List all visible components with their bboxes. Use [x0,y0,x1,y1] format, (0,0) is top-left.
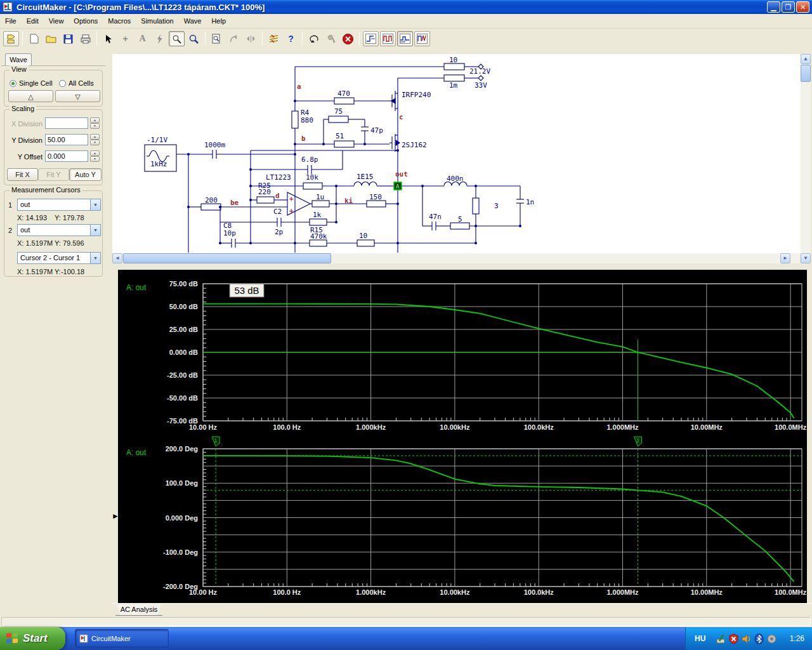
pen-tablet-icon[interactable] [716,633,726,644]
x-tick-label: 10.00kHz [440,588,470,596]
menu-view[interactable]: View [44,15,69,27]
taskbar-circuitmaker-button[interactable]: CircuitMaker [75,629,169,647]
mixed-waveform-button[interactable] [414,31,430,46]
text-tool-button[interactable]: A [134,31,150,46]
cell-up-button[interactable]: △ [8,90,53,102]
menu-file[interactable]: File [0,15,22,27]
undo-button[interactable] [306,31,322,46]
cursor1-coords: X: 14.193 Y: 179.78 [17,214,84,222]
new-file-button[interactable] [26,31,42,46]
save-file-button[interactable] [60,31,76,46]
probe-icon [172,34,181,44]
scroll-left-icon[interactable]: ◄ [112,253,122,263]
minimize-button[interactable]: ▁ [767,1,780,13]
label-c2-value: 2p [275,228,283,236]
scroll-down-icon[interactable]: ▼ [801,253,811,263]
zoom-tool-button[interactable] [186,31,202,46]
x-tick-label: 100.0 Hz [273,588,301,596]
explore-doc-icon [212,34,221,44]
restore-button[interactable]: ❐ [782,1,795,13]
parts-browser-button[interactable] [3,31,19,46]
waveform-panel[interactable]: 75.00 dB50.00 dB25.00 dB0.000 dB-25.00 d… [118,270,807,603]
taskbar-clock[interactable]: 1:26 [790,634,804,643]
close-button[interactable]: ✕ [796,1,809,13]
components[interactable]: + + A [145,63,524,248]
horizontal-scroll-thumb[interactable] [123,253,331,263]
dc-waveform-button[interactable] [363,31,379,46]
title-bar[interactable]: CircuitMaker - [C:\Program Files\...\LT1… [0,0,812,14]
y-offset-input[interactable]: 0.000 [45,150,88,162]
scroll-up-icon[interactable]: ▲ [801,54,811,64]
label-l1e15: 1E15 [357,173,374,181]
label-33v: 33V [475,81,487,90]
menu-options[interactable]: Options [69,15,103,27]
security-alert-icon[interactable] [728,633,739,644]
fit-y-button[interactable]: Fit Y [38,168,69,181]
panel-splitter-arrow-icon[interactable]: ► [112,512,119,521]
probe-tool-button[interactable] [169,31,185,46]
delete-tool-button[interactable] [152,31,167,46]
cursor-diff-dropdown-icon[interactable]: ▼ [90,253,100,263]
y-division-input[interactable]: 50.00 [45,134,88,145]
opamp-lt1223[interactable]: + + [287,192,310,215]
language-indicator[interactable]: HU [695,634,705,643]
cursor1-dropdown-icon[interactable]: ▼ [90,199,100,210]
scroll-right-icon[interactable]: ► [780,253,790,263]
cursor-flag-1[interactable]: 1 [212,437,219,446]
start-button[interactable]: Start [0,627,65,650]
print-button[interactable] [77,31,93,46]
y-tick-label: 100.0 Deg [166,479,198,487]
menu-simulation[interactable]: Simulation [136,15,178,27]
cursor-diff-combo[interactable]: Cursor 2 - Cursor 1 ▼ [17,252,101,264]
y-division-spinner[interactable]: ▲▼ [90,134,100,145]
x-tick-label: 10.00 Hz [189,423,218,431]
radio-all-cells[interactable]: All Cells [59,77,94,88]
y-offset-spinner[interactable]: ▲▼ [90,150,100,162]
cursor-flag-2[interactable]: 2 [634,437,642,446]
toolbar: + A [0,29,812,48]
label-c1n: 1n [526,198,534,206]
toggle-switch-button[interactable] [266,31,282,46]
auto-y-button[interactable]: Auto Y [69,168,102,181]
audio-device-icon[interactable] [766,633,777,644]
windows-logo-icon [5,632,19,646]
label-r25-value: 220 [258,188,271,196]
explore-doc-button[interactable] [209,31,225,46]
fit-x-button[interactable]: Fit X [7,168,38,181]
bluetooth-icon[interactable] [754,633,764,644]
select-arrow-button[interactable] [100,31,116,46]
cursor2-signal-combo[interactable]: out ▼ [17,224,101,236]
mirror-button[interactable] [243,31,259,46]
mosfet-irfp240[interactable] [390,91,398,111]
tab-wave[interactable]: Wave [5,53,32,66]
schematic-canvas[interactable]: + + A [112,54,801,253]
probe-marker[interactable]: A [394,182,402,190]
open-file-button[interactable] [43,31,59,46]
digital-waveform-button[interactable] [380,31,396,46]
rotate-button[interactable] [226,31,242,46]
x-division-spinner[interactable]: ▲▼ [90,117,100,129]
volume-icon[interactable] [741,633,752,644]
menu-macros[interactable]: Macros [103,15,136,27]
horizontal-scrollbar[interactable]: ◄ ► [112,253,800,263]
menu-edit[interactable]: Edit [22,15,44,27]
radio-single-cell[interactable]: Single Cell [10,77,53,88]
help-button[interactable]: ? [283,31,299,46]
menu-help[interactable]: Help [206,15,231,27]
pulse-waveform-button[interactable] [397,31,413,46]
digital-waveform-icon [383,34,393,44]
stop-simulation-button[interactable] [340,31,356,46]
menu-wave[interactable]: Wave [179,15,207,27]
wire-tool-button[interactable]: + [117,31,133,46]
settings-wrench-button[interactable] [323,31,339,46]
label-2sj162: 2SJ162 [402,141,427,149]
tab-ac-analysis[interactable]: AC Analysis [117,604,161,615]
cursor2-dropdown-icon[interactable]: ▼ [90,225,100,235]
cell-down-button[interactable]: ▽ [55,90,100,102]
cursor1-signal-combo[interactable]: out ▼ [17,199,101,211]
mosfet-2sj162[interactable] [390,134,400,152]
x-division-input[interactable] [45,117,88,129]
label-r75: 75 [334,107,343,116]
vertical-scrollbar[interactable]: ▲ ▼ [801,54,811,263]
vertical-scroll-thumb[interactable] [801,65,811,82]
